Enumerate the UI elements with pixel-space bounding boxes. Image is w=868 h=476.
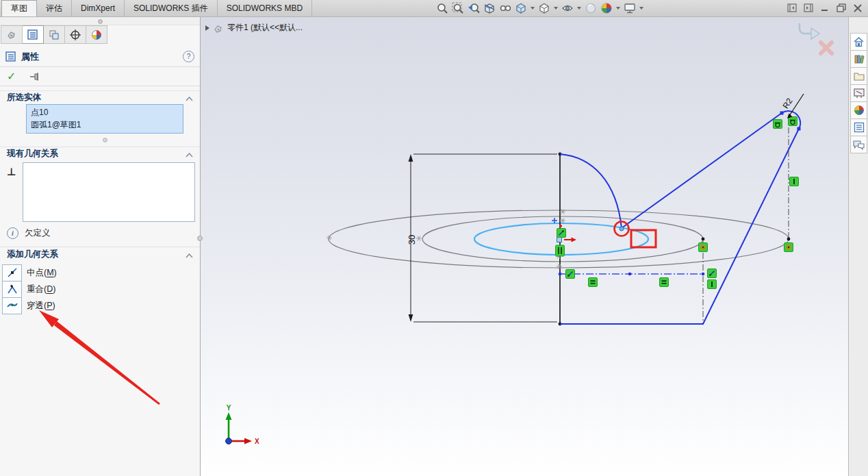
existing-relations-list[interactable] bbox=[23, 162, 195, 222]
tab-evaluate[interactable]: 评估 bbox=[37, 0, 72, 16]
display-style-icon[interactable] bbox=[537, 1, 551, 15]
constraint-pierce-icon[interactable] bbox=[557, 229, 566, 238]
pierce-icon[interactable] bbox=[2, 297, 22, 314]
dimension-r2[interactable]: R2 bbox=[781, 94, 804, 118]
tab-dimxpert-manager[interactable] bbox=[65, 25, 86, 44]
tab-feature-manager[interactable] bbox=[1, 25, 23, 44]
sketch-line-right[interactable] bbox=[703, 129, 799, 324]
section-view-icon[interactable] bbox=[483, 1, 496, 15]
constraint-tangent-icon[interactable] bbox=[774, 120, 782, 129]
restore-icon[interactable] bbox=[836, 3, 846, 13]
tab-dimxpert[interactable]: DimXpert bbox=[72, 0, 125, 16]
origin-point[interactable] bbox=[226, 438, 232, 444]
property-manager-header: 属性 ? bbox=[0, 47, 200, 67]
apply-scene-dropdown-caret[interactable] bbox=[616, 7, 620, 10]
ellipse-vertex-point[interactable] bbox=[702, 238, 705, 241]
perpendicular-icon: ⊥ bbox=[7, 166, 16, 178]
coincident-relation-button[interactable]: 重合(D) bbox=[2, 281, 55, 297]
sketch-point[interactable] bbox=[628, 273, 632, 276]
coincident-icon[interactable] bbox=[2, 281, 22, 298]
display-style-dropdown-caret[interactable] bbox=[554, 7, 558, 10]
panel-splitter-handle[interactable] bbox=[197, 236, 203, 241]
view-settings-dropdown-caret[interactable] bbox=[639, 7, 643, 10]
forum-icon[interactable] bbox=[850, 136, 867, 153]
zoom-fit-icon[interactable] bbox=[435, 1, 449, 15]
constraint-intersection-icon[interactable] bbox=[784, 243, 793, 252]
cancel-sketch-icon[interactable] bbox=[821, 42, 832, 53]
view-orientation-dropdown-caret[interactable] bbox=[531, 7, 535, 10]
drag-handle[interactable] bbox=[557, 238, 562, 242]
design-library-icon[interactable] bbox=[850, 50, 867, 68]
dimension-r2-text: R2 bbox=[781, 96, 795, 110]
properties-icon bbox=[5, 51, 16, 62]
panel-title: 属性 bbox=[21, 51, 39, 63]
sketch-point[interactable] bbox=[559, 273, 562, 276]
collapse-chevron-icon[interactable] bbox=[186, 249, 193, 261]
panel-grip[interactable] bbox=[0, 16, 200, 25]
ribbon-tabs: 草图 评估 DimXpert SOLIDWORKS 插件 SOLIDWORKS … bbox=[1, 0, 312, 16]
task-pane bbox=[848, 16, 868, 476]
constraint-equal-icon[interactable] bbox=[589, 278, 598, 287]
tab-configuration-manager[interactable] bbox=[44, 25, 65, 44]
previous-view-icon[interactable] bbox=[467, 1, 481, 15]
edit-appearance-icon[interactable] bbox=[584, 1, 598, 15]
constraint-equal-icon[interactable] bbox=[660, 278, 669, 287]
help-icon[interactable]: ? bbox=[183, 51, 194, 62]
view-settings-icon[interactable] bbox=[623, 1, 637, 15]
list-item[interactable]: 点10 bbox=[31, 106, 179, 118]
appearances-icon[interactable] bbox=[850, 101, 867, 119]
tab-solidworks-mbd[interactable]: SOLIDWORKS MBD bbox=[218, 0, 312, 16]
pierce-relation-button[interactable]: 穿透(P) bbox=[2, 297, 55, 314]
section-add-relations: 添加几何关系 bbox=[0, 247, 200, 262]
midpoint-relation-button[interactable]: 中点(M) bbox=[2, 264, 57, 281]
close-icon[interactable] bbox=[852, 3, 863, 13]
tab-sketch[interactable]: 草图 bbox=[1, 0, 37, 16]
pierce-point[interactable] bbox=[620, 227, 624, 231]
pin-icon[interactable] bbox=[29, 72, 42, 82]
exit-sketch-icon[interactable] bbox=[800, 23, 819, 39]
ellipse-vertex-point[interactable] bbox=[787, 238, 791, 241]
y-axis-label: Y bbox=[227, 404, 231, 412]
3d-drawing-view-icon[interactable] bbox=[498, 1, 512, 15]
home-icon[interactable] bbox=[850, 33, 867, 51]
constraint-coincident-icon[interactable] bbox=[708, 269, 717, 278]
sketch-point[interactable] bbox=[797, 127, 801, 131]
collapse-chevron-icon[interactable] bbox=[186, 148, 193, 160]
collapse-chevron-icon[interactable] bbox=[186, 92, 193, 104]
x-axis-label: X bbox=[255, 438, 259, 445]
list-item[interactable]: 圆弧1@草图1 bbox=[31, 118, 179, 131]
tab-solidworks-addins[interactable]: SOLIDWORKS 插件 bbox=[125, 0, 218, 16]
sketch-line-left[interactable] bbox=[622, 113, 782, 228]
file-explorer-icon[interactable] bbox=[850, 67, 867, 85]
info-icon: i bbox=[7, 227, 18, 239]
view-palette-icon[interactable] bbox=[850, 84, 867, 102]
sketch-viewport[interactable]: 30 bbox=[201, 16, 849, 476]
constraint-vertical-icon[interactable] bbox=[556, 245, 565, 256]
collapse-pane-left-icon[interactable] bbox=[787, 3, 797, 13]
hide-show-items-icon[interactable] bbox=[561, 1, 574, 15]
collapse-pane-right-icon[interactable] bbox=[803, 3, 813, 13]
custom-properties-icon[interactable] bbox=[850, 118, 867, 136]
minimize-icon[interactable] bbox=[819, 3, 830, 13]
tab-property-manager[interactable] bbox=[23, 25, 44, 44]
ok-button[interactable]: ✓ bbox=[7, 70, 16, 83]
constraint-intersection-icon[interactable] bbox=[699, 243, 708, 252]
midpoint-icon[interactable] bbox=[2, 264, 22, 281]
graphics-area[interactable]: 零件1 (默认<<默认... 30 bbox=[201, 16, 849, 476]
constraint-coincident-icon[interactable] bbox=[566, 270, 575, 279]
constraint-vertical-icon[interactable] bbox=[708, 280, 717, 289]
sketch-profile[interactable] bbox=[560, 111, 800, 324]
sketch-point[interactable] bbox=[780, 112, 784, 115]
view-orientation-icon[interactable] bbox=[514, 1, 528, 15]
listbox-resize-handle[interactable] bbox=[103, 138, 107, 142]
dimension-30[interactable]: 30 bbox=[407, 154, 557, 322]
tab-display-manager[interactable] bbox=[86, 25, 107, 44]
apply-scene-icon[interactable] bbox=[600, 1, 613, 15]
sketch-point[interactable] bbox=[702, 273, 705, 276]
selected-entities-list[interactable]: 点10 圆弧1@草图1 bbox=[26, 104, 183, 134]
constraint-tangent-icon[interactable] bbox=[789, 117, 797, 126]
zoom-area-icon[interactable] bbox=[451, 1, 465, 15]
hide-show-dropdown-caret[interactable] bbox=[577, 7, 581, 10]
constraint-vertical-icon[interactable] bbox=[790, 177, 799, 186]
dimension-30-text: 30 bbox=[407, 235, 417, 245]
